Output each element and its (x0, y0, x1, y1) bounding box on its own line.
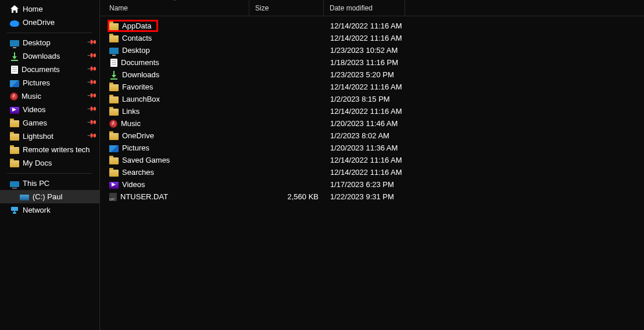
videos-p-icon (10, 107, 19, 114)
file-row[interactable]: AppData12/14/2022 11:16 AM (100, 20, 644, 32)
file-row[interactable]: NTUSER.DAT2,560 KB1/22/2023 9:31 PM (100, 191, 644, 203)
file-name-label: Videos (122, 180, 145, 189)
sidebar-item-label: Documents (22, 65, 60, 74)
thispc-icon (10, 181, 19, 187)
sidebar-item--c-paul[interactable]: (C:) Paul (0, 190, 99, 203)
file-row[interactable]: Music1/20/2023 11:46 AM (100, 117, 644, 130)
folder-icon (10, 147, 19, 154)
sidebar-item-downloads[interactable]: Downloads📌 (0, 49, 99, 63)
file-row[interactable]: Videos1/17/2023 6:23 PM (100, 178, 644, 191)
file-row[interactable]: Desktop1/23/2023 10:52 AM (100, 44, 644, 56)
column-label: Name (109, 4, 128, 12)
sidebar-item-label: Home (23, 5, 43, 13)
file-row[interactable]: Saved Games12/14/2022 11:16 AM (100, 154, 644, 166)
file-date-label: 1/20/2023 11:36 AM (324, 144, 441, 152)
sidebar-item-label: Music (22, 92, 41, 101)
pin-icon: 📌 (86, 90, 97, 101)
file-name-label: Desktop (122, 46, 150, 55)
folder-icon (109, 35, 119, 42)
file-name-label: LaunchBox (122, 95, 160, 103)
file-row[interactable]: Downloads1/23/2023 5:20 PM (100, 69, 644, 81)
column-header-name[interactable]: ˄ Name (100, 0, 249, 16)
file-date-label: 1/23/2023 10:52 AM (324, 46, 441, 55)
sidebar-item-remote-writers-tech[interactable]: Remote writers tech (0, 143, 99, 156)
desktop-icon (10, 40, 19, 46)
pin-icon: 📌 (86, 63, 97, 74)
sidebar-item-music[interactable]: Music📌 (0, 89, 99, 103)
sidebar-item-label: OneDrive (23, 18, 55, 27)
sidebar-item-documents[interactable]: Documents📌 (0, 63, 99, 76)
file-date-label: 12/14/2022 11:16 AM (324, 34, 441, 42)
file-row[interactable]: OneDrive1/2/2023 8:02 AM (100, 130, 644, 142)
sidebar-item-this-pc[interactable]: This PC (0, 177, 99, 190)
column-header-size[interactable]: Size (249, 0, 324, 16)
file-date-label: 1/20/2023 11:46 AM (324, 119, 441, 128)
file-name-label: OneDrive (122, 131, 154, 140)
sidebar-item-label: Games (23, 119, 47, 127)
home-icon (10, 5, 19, 14)
file-date-label: 1/2/2023 8:15 PM (324, 95, 441, 103)
sidebar-navigation: HomeOneDrive Desktop📌Downloads📌Documents… (0, 0, 100, 330)
sidebar-item-label: This PC (23, 179, 49, 188)
column-header-date[interactable]: Date modified (324, 0, 405, 16)
pin-icon: 📌 (86, 117, 97, 128)
file-date-label: 12/14/2022 11:16 AM (324, 107, 441, 116)
file-row[interactable]: Links12/14/2022 11:16 AM (100, 105, 644, 117)
videos-p-icon (109, 182, 119, 189)
file-date-label: 1/23/2023 5:20 PM (324, 70, 441, 79)
folder-icon (109, 157, 119, 164)
music-p-icon (10, 92, 18, 101)
file-name-label: Searches (122, 168, 154, 177)
sidebar-item-my-docs[interactable]: My Docs (0, 156, 99, 170)
file-row[interactable]: Documents1/18/2023 11:16 PM (100, 56, 644, 69)
onedrive-icon (10, 20, 19, 27)
file-date-label: 1/22/2023 9:31 PM (324, 192, 441, 201)
file-date-label: 1/17/2023 6:23 PM (324, 180, 441, 189)
file-name-label: AppData (122, 21, 152, 30)
sidebar-item-label: Lightshot (23, 132, 53, 141)
sidebar-item-lightshot[interactable]: Lightshot📌 (0, 130, 99, 143)
svg-rect-2 (13, 212, 16, 214)
file-row[interactable]: Pictures1/20/2023 11:36 AM (100, 142, 644, 154)
svg-rect-4 (110, 78, 117, 80)
sidebar-item-desktop[interactable]: Desktop📌 (0, 36, 99, 49)
file-date-label: 1/2/2023 8:02 AM (324, 131, 441, 140)
network-icon (10, 206, 19, 215)
column-label: Date modified (330, 4, 373, 12)
sidebar-item-home[interactable]: Home (0, 2, 99, 16)
sidebar-item-videos[interactable]: Videos📌 (0, 103, 99, 116)
downloads-icon (10, 52, 19, 61)
file-name-label: Documents (121, 58, 159, 67)
sidebar-item-label: Downloads (23, 52, 60, 60)
file-size-label: 2,560 KB (250, 192, 324, 201)
sidebar-item-label: Desktop (23, 38, 51, 47)
sidebar-item-pictures[interactable]: Pictures📌 (0, 76, 99, 89)
file-row[interactable]: Searches12/14/2022 11:16 AM (100, 166, 644, 178)
dat-icon (109, 193, 117, 201)
drive-icon (20, 195, 29, 200)
file-date-label: 12/14/2022 11:16 AM (324, 21, 441, 30)
pin-icon: 📌 (86, 103, 97, 114)
sidebar-item-label: Network (23, 206, 51, 214)
file-name-label: Music (121, 119, 141, 128)
file-list-panel: ˄ Name Size Date modified AppData12/14/2… (100, 0, 644, 330)
music-p-icon (109, 120, 117, 128)
file-name-label: Contacts (122, 34, 152, 42)
file-date-label: 12/14/2022 11:16 AM (324, 82, 441, 91)
sidebar-item-label: My Docs (23, 159, 52, 167)
svg-rect-3 (14, 211, 15, 212)
column-header-row: ˄ Name Size Date modified (100, 0, 644, 16)
folder-icon (10, 134, 19, 141)
folder-icon (109, 133, 119, 140)
file-row[interactable]: Contacts12/14/2022 11:16 AM (100, 32, 644, 44)
file-row[interactable]: LaunchBox1/2/2023 8:15 PM (100, 93, 644, 105)
folder-icon (10, 160, 19, 167)
sidebar-item-network[interactable]: Network (0, 203, 99, 217)
file-name-label: Links (122, 107, 139, 116)
file-row[interactable]: Favorites12/14/2022 11:16 AM (100, 81, 644, 93)
column-label: Size (255, 4, 269, 12)
desktop-icon (109, 48, 119, 54)
sidebar-item-onedrive[interactable]: OneDrive (0, 16, 99, 29)
sidebar-item-games[interactable]: Games📌 (0, 116, 99, 130)
folder-icon (109, 23, 119, 30)
